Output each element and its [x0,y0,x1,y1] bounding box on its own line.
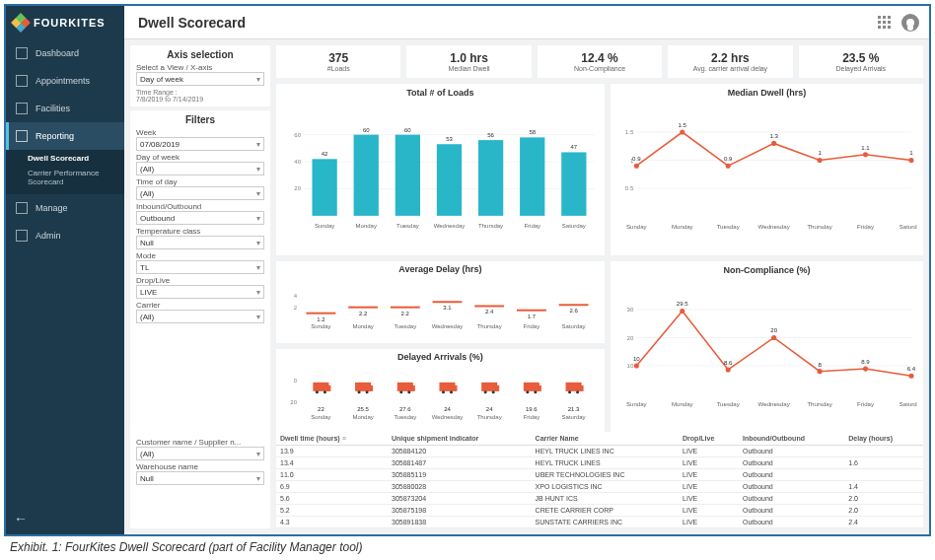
table-row[interactable]: 11.0305885119UBER TECHNOLOGIES INCLIVEOu… [276,469,923,481]
svg-text:1.1: 1.1 [861,144,870,151]
svg-text:20: 20 [626,333,633,340]
svg-text:1.2: 1.2 [317,315,325,321]
svg-text:42: 42 [322,151,328,157]
filter-select[interactable]: (All) [136,186,264,200]
sidebar-item-admin[interactable]: Admin [6,222,124,249]
svg-text:10: 10 [626,362,633,369]
svg-text:2.2: 2.2 [401,310,410,315]
svg-text:1: 1 [909,149,913,156]
svg-text:Friday: Friday [524,322,540,328]
svg-rect-9 [354,135,379,216]
svg-text:6.4: 6.4 [907,365,916,372]
svg-rect-79 [313,383,328,391]
col-header[interactable]: Drop/Live [679,432,739,446]
svg-point-106 [492,391,495,394]
svg-text:20: 20 [294,185,301,191]
svg-text:0.9: 0.9 [632,155,641,162]
svg-point-36 [680,129,684,134]
filter-label: Mode [136,251,264,260]
svg-point-117 [568,391,571,394]
svg-text:24: 24 [444,406,451,412]
nav: DashboardAppointmentsFacilitiesReporting… [6,39,124,249]
charts-grid: Total # of Loads 20406042Sunday60Monday6… [276,84,923,432]
svg-rect-115 [566,383,582,391]
svg-text:22: 22 [318,406,324,412]
filter-select[interactable]: Null [136,471,264,485]
filter-select[interactable]: LIVE [136,285,264,299]
col-header[interactable]: Carrier Name [532,432,679,446]
content: Axis selection Select a View / X-axis Da… [124,39,929,534]
sidebar-subitem[interactable]: Dwell Scorecard [28,154,124,163]
col-header[interactable]: Delay (hours) [844,432,923,446]
svg-rect-103 [481,383,497,391]
svg-text:Thursday: Thursday [477,414,502,420]
svg-rect-109 [524,383,539,391]
svg-text:1.3: 1.3 [769,132,778,139]
kpi-card: 375#Loads [276,45,400,78]
upper: Axis selection Select a View / X-axis Da… [124,39,929,432]
svg-point-111 [526,391,529,394]
logo-icon [11,13,31,33]
sidebar-item-facilities[interactable]: Facilities [6,95,124,122]
col-header[interactable]: Dwell time (hours)≡ [276,432,388,446]
svg-text:Thursday: Thursday [807,223,832,230]
table-row[interactable]: 5.6305873204JB HUNT ICSLIVEOutbound2.0 [276,493,923,505]
sidebar-item-manage[interactable]: Manage [6,194,124,222]
filter-label: Drop/Live [136,276,264,285]
axis-title: Axis selection [136,49,264,60]
user-avatar-icon[interactable] [901,14,919,32]
col-header[interactable]: Inbound/Outbound [739,432,844,446]
svg-rect-62 [391,306,420,308]
left-stack: Average Delay (hrs) 241.2Sunday2.2Monday… [276,261,605,433]
table-row[interactable]: 13.4305881487HEYL TRUCK LINESLIVEOutboun… [276,457,923,469]
sidebar: DashboardAppointmentsFacilitiesReporting… [6,39,124,534]
svg-text:Saturday: Saturday [899,223,917,230]
filter-select[interactable]: Outbound [136,211,264,225]
sidebar-collapse[interactable]: ← [6,503,124,534]
filters-panel: Filters Week07/08/2019Day of week(All)Ti… [130,110,270,432]
filter-select[interactable]: (All) [136,447,264,460]
body: DashboardAppointmentsFacilitiesReporting… [6,39,929,534]
table-row[interactable]: 6.9305880028XPO LOGISTICS INCLIVEOutboun… [276,481,923,493]
filter-select[interactable]: (All) [136,310,264,323]
filter-label: Temperature class [136,227,264,236]
svg-text:2.4: 2.4 [485,309,494,315]
axis-view-select[interactable]: Day of week [136,72,264,86]
exhibit-caption: Exhibit. 1: FourKites Dwell Scorecard (p… [10,540,935,554]
svg-point-87 [358,391,361,394]
svg-text:60: 60 [294,132,301,138]
sidebar-item-reporting[interactable]: Reporting [6,122,124,150]
svg-text:27.6: 27.6 [399,406,411,412]
apps-icon[interactable] [878,16,892,30]
svg-text:Wednesday: Wednesday [434,223,466,229]
svg-rect-6 [312,159,336,216]
table-row[interactable]: 13.9305884120HEYL TRUCK LINES INCLIVEOut… [276,446,923,457]
svg-text:Sunday: Sunday [315,223,334,229]
filter-select[interactable]: TL [136,260,264,274]
sidebar-item-dashboard[interactable]: Dashboard [6,39,124,67]
svg-point-94 [407,391,410,394]
filter-select[interactable]: Null [136,236,264,249]
svg-point-81 [316,391,319,394]
filter-select[interactable]: (All) [136,162,264,175]
col-header[interactable]: Unique shipment indicator [388,432,532,446]
chart-delayed-arrivals: Delayed Arrivals (%) 20022Sunday25.5Mond… [276,349,605,432]
chart-median-dwell: Median Dwell (hrs) 0.511.50.9Sunday1.5Mo… [611,84,923,255]
svg-text:Monday: Monday [352,322,373,328]
svg-text:Sunday: Sunday [626,399,648,406]
arrow-left-icon: ← [14,511,28,526]
filter-label: Time of day [136,177,264,186]
chart-avg-delay: Average Delay (hrs) 241.2Sunday2.2Monday… [276,261,605,344]
filter-select[interactable]: 07/08/2019 [136,137,264,151]
svg-text:2.2: 2.2 [359,310,368,315]
svg-text:Tuesday: Tuesday [394,322,416,328]
filter-column: Axis selection Select a View / X-axis Da… [130,45,270,432]
table-row[interactable]: 5.2305875198CRETE CARRIER CORPLIVEOutbou… [276,505,923,517]
sidebar-subitem[interactable]: Carrier Performance Scorecard [28,169,124,186]
table-row[interactable]: 4.3305891838SUNSTATE CARRIERS INCLIVEOut… [276,517,923,528]
axis-panel: Axis selection Select a View / X-axis Da… [130,45,270,106]
sidebar-item-appointments[interactable]: Appointments [6,67,124,95]
svg-text:0: 0 [294,378,298,384]
svg-point-130 [680,308,684,313]
svg-rect-18 [478,140,503,216]
